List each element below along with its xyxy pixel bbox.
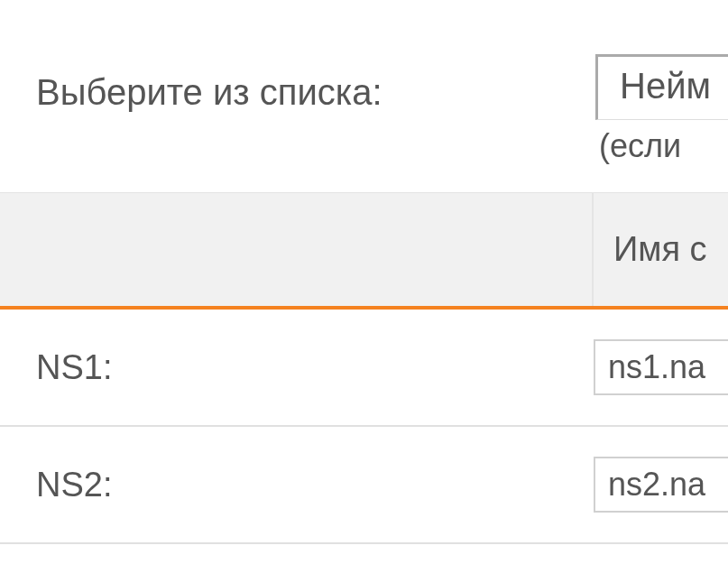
ns1-label: NS1: [36,348,594,387]
table-header: Имя с [0,192,728,310]
ns2-input[interactable] [594,457,728,513]
ns2-label: NS2: [36,466,594,504]
table-header-left [0,193,594,306]
dropdown-area: Нейм (если [595,27,728,165]
table-row: NS1: [0,310,728,427]
nameserver-dropdown[interactable]: Нейм [595,54,728,120]
ns2-input-wrap [594,457,728,513]
select-section: Выберите из списка: Нейм (если [0,0,728,192]
dropdown-hint: (если [595,120,728,165]
select-from-list-label: Выберите из списка: [36,27,595,113]
ns1-input[interactable] [594,339,728,395]
table-header-servername: Имя с [594,230,728,269]
table-row: NS2: [0,427,728,544]
ns1-input-wrap [594,339,728,395]
